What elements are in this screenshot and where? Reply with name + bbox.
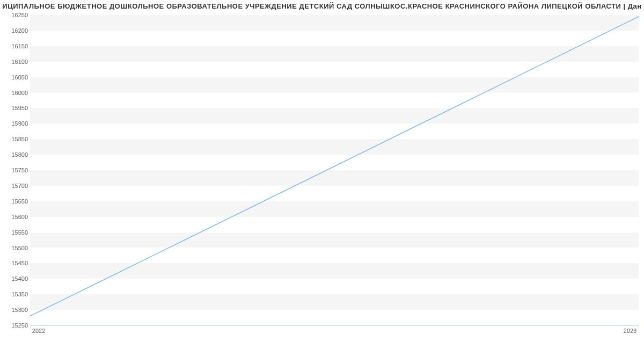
y-tick-label: 15500 — [2, 245, 28, 251]
chart-title: ИЦИПАЛЬНОЕ БЮДЖЕТНОЕ ДОШКОЛЬНОЕ ОБРАЗОВА… — [0, 2, 644, 10]
y-tick-label: 15900 — [2, 120, 28, 127]
x-tick-label: 2023 — [624, 328, 636, 334]
y-tick-label: 15350 — [2, 291, 28, 297]
y-tick-label: 15850 — [2, 136, 28, 142]
y-tick-label: 15950 — [2, 105, 28, 111]
y-tick-label: 16150 — [2, 43, 28, 49]
x-tick-mark — [639, 325, 639, 329]
chart-container: ИЦИПАЛЬНОЕ БЮДЖЕТНОЕ ДОШКОЛЬНОЕ ОБРАЗОВА… — [0, 0, 644, 349]
y-tick-label: 15650 — [2, 198, 28, 205]
y-tick-label: 15300 — [2, 307, 28, 313]
y-tick-label: 15700 — [2, 183, 28, 189]
y-tick-label: 15250 — [2, 322, 28, 329]
x-tick-label: 2022 — [32, 328, 45, 334]
y-tick-label: 16100 — [2, 59, 28, 65]
y-tick-label: 16200 — [2, 27, 28, 34]
y-tick-label: 15800 — [2, 151, 28, 158]
y-tick-label: 15400 — [2, 275, 28, 282]
plot-area — [30, 15, 639, 325]
y-tick-label: 15450 — [2, 260, 28, 266]
line-series — [30, 15, 639, 325]
y-tick-label: 16250 — [2, 12, 28, 18]
y-tick-label: 15600 — [2, 214, 28, 220]
y-tick-label: 15750 — [2, 167, 28, 173]
y-tick-label: 16050 — [2, 74, 28, 81]
x-axis-line — [30, 325, 639, 326]
series-line — [30, 17, 639, 316]
y-tick-label: 15550 — [2, 229, 28, 236]
y-tick-label: 16000 — [2, 90, 28, 96]
x-tick-mark — [30, 325, 31, 329]
